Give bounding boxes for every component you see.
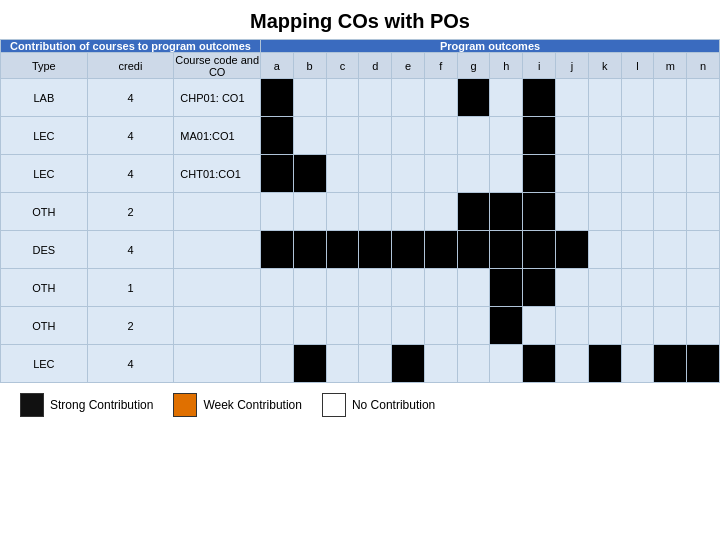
po-cell (261, 155, 294, 193)
po-cell (359, 79, 392, 117)
po-cell (588, 345, 621, 383)
po-cell (523, 345, 556, 383)
po-cell (621, 345, 654, 383)
po-cell (588, 231, 621, 269)
type-cell: OTH (1, 307, 88, 345)
po-cell (424, 79, 457, 117)
table-row: LEC4MA01:CO1 (1, 117, 720, 155)
po-cell (588, 117, 621, 155)
col-po-header-k: k (588, 53, 621, 79)
po-cell (556, 193, 589, 231)
strong-contribution-label: Strong Contribution (50, 398, 153, 412)
po-cell (359, 193, 392, 231)
col-po-header-e: e (392, 53, 425, 79)
po-cell (457, 307, 490, 345)
po-cell (293, 79, 326, 117)
po-cell (293, 269, 326, 307)
po-cell (261, 231, 294, 269)
table-row: LEC4CHT01:CO1 (1, 155, 720, 193)
po-cell (687, 345, 720, 383)
po-cell (523, 79, 556, 117)
po-cell (556, 269, 589, 307)
type-cell: LEC (1, 345, 88, 383)
po-cell (621, 155, 654, 193)
col-type-header: Type (1, 53, 88, 79)
po-cell (326, 345, 359, 383)
po-cell (523, 269, 556, 307)
po-cell (654, 231, 687, 269)
strong-contribution-icon (20, 393, 44, 417)
col-po-header-f: f (424, 53, 457, 79)
po-cell (392, 155, 425, 193)
col-po-header-j: j (556, 53, 589, 79)
po-cell (523, 155, 556, 193)
po-cell (359, 155, 392, 193)
course-cell: MA01:CO1 (174, 117, 261, 155)
po-cell (687, 193, 720, 231)
credit-cell: 4 (87, 79, 174, 117)
type-cell: LAB (1, 79, 88, 117)
po-cell (621, 269, 654, 307)
po-cell (490, 117, 523, 155)
po-cell (293, 345, 326, 383)
po-cell (261, 307, 294, 345)
credit-cell: 4 (87, 231, 174, 269)
po-cell (424, 231, 457, 269)
po-cell (588, 193, 621, 231)
col-po-header-i: i (523, 53, 556, 79)
po-cell (654, 155, 687, 193)
po-cell (490, 79, 523, 117)
po-cell (523, 231, 556, 269)
po-cell (326, 269, 359, 307)
po-cell (326, 117, 359, 155)
po-cell (523, 193, 556, 231)
po-cell (523, 307, 556, 345)
credit-cell: 4 (87, 345, 174, 383)
week-contribution-icon (173, 393, 197, 417)
po-cell (654, 117, 687, 155)
no-contribution-icon (322, 393, 346, 417)
po-cell (326, 231, 359, 269)
col-po-header-d: d (359, 53, 392, 79)
po-cell (392, 193, 425, 231)
col-course-header: Course code and CO (174, 53, 261, 79)
no-contribution-label: No Contribution (352, 398, 435, 412)
po-cell (490, 231, 523, 269)
po-cell (392, 345, 425, 383)
po-cell (654, 79, 687, 117)
po-cell (457, 155, 490, 193)
po-cell (556, 79, 589, 117)
type-cell: OTH (1, 193, 88, 231)
course-cell (174, 231, 261, 269)
po-cell (556, 155, 589, 193)
type-cell: OTH (1, 269, 88, 307)
po-cell (293, 155, 326, 193)
po-cell (293, 231, 326, 269)
course-cell (174, 307, 261, 345)
po-cell (359, 117, 392, 155)
po-cell (457, 345, 490, 383)
col-po-header-l: l (621, 53, 654, 79)
po-cell (392, 231, 425, 269)
po-cell (556, 117, 589, 155)
table-row: OTH2 (1, 307, 720, 345)
po-cell (621, 231, 654, 269)
po-cell (424, 117, 457, 155)
po-cell (490, 155, 523, 193)
po-cell (556, 307, 589, 345)
col-po-header-h: h (490, 53, 523, 79)
po-cell (490, 193, 523, 231)
po-header: Program outcomes (261, 40, 720, 53)
po-cell (588, 269, 621, 307)
type-cell: LEC (1, 155, 88, 193)
col-po-header-n: n (687, 53, 720, 79)
po-cell (424, 307, 457, 345)
po-cell (359, 269, 392, 307)
col-credit-header: credi (87, 53, 174, 79)
credit-cell: 1 (87, 269, 174, 307)
po-cell (359, 345, 392, 383)
po-cell (261, 269, 294, 307)
course-cell: CHP01: CO1 (174, 79, 261, 117)
course-cell (174, 345, 261, 383)
type-cell: LEC (1, 117, 88, 155)
